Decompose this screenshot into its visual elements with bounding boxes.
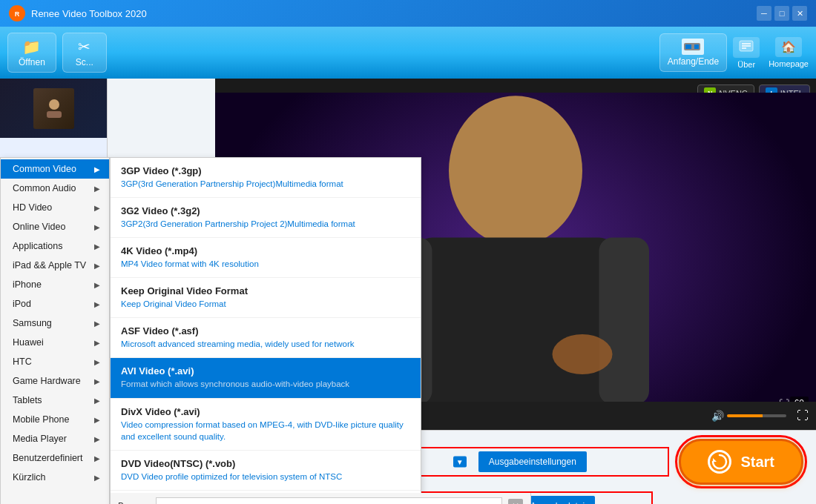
format-item-dvd_ntsc[interactable]: DVD Video(NTSC) (*.vob)DVD Video profile… [111,451,421,491]
svg-rect-4 [694,44,699,49]
svg-rect-15 [599,238,650,405]
uber-nav-item[interactable]: Über [733,37,760,69]
volume-icon: 🔊 [711,410,724,422]
cut-button[interactable]: ✂ Sc... [62,33,107,73]
category-item-iphone[interactable]: iPhone▶ [1,275,109,294]
dropdown-menus: Common Video▶Common Audio▶HD Video▶Onlin… [0,157,421,504]
category-item-online_video[interactable]: Online Video▶ [1,217,109,236]
video-thumbnail-left[interactable] [0,79,108,138]
uber-label: Über [737,60,755,69]
thumb-inner [33,88,74,129]
category-item-huawei[interactable]: Huawei▶ [1,333,109,352]
category-menu: Common Video▶Common Audio▶HD Video▶Onlin… [0,157,110,504]
toolbar-nav: Über 🏠 Homepage [733,37,809,69]
open-icon: 📁 [22,38,41,56]
svg-rect-3 [685,44,691,49]
app-logo: R [9,5,25,21]
ausgabeeinstellungen-button[interactable]: Ausgabeeinstellungen [478,451,587,472]
browse-clear-button[interactable]: ✕ [508,499,523,504]
uber-icon [733,37,760,58]
category-item-applications[interactable]: Applications▶ [1,236,109,256]
category-item-samsung[interactable]: Samsung▶ [1,314,109,333]
format-item-avi[interactable]: AVI Video (*.avi)Format which allows syn… [111,358,421,398]
category-item-htc[interactable]: HTC▶ [1,352,109,371]
volume-control: 🔊 [711,410,786,422]
svg-point-9 [49,99,59,110]
svg-point-12 [449,96,582,246]
format-item-asf[interactable]: ASF Video (*.asf)Microsoft advanced stre… [111,318,421,358]
titlebar: R Renee Video Toolbox 2020 ─ □ ✕ [0,0,816,27]
start-icon [708,450,731,474]
cut-icon: ✂ [78,38,91,56]
category-item-tablets[interactable]: Tablets▶ [1,391,109,410]
format-item-keep_original[interactable]: Keep Original Video FormatKeep Original … [111,278,421,318]
category-item-common_video[interactable]: Common Video▶ [1,159,109,179]
svg-point-16 [553,334,613,374]
category-item-ipod[interactable]: iPod▶ [1,294,109,314]
format-item-3g2[interactable]: 3G2 Video (*.3g2)3GP2(3rd Generation Par… [111,198,421,238]
category-item-kurzlich[interactable]: Kürzlich▶ [1,468,109,487]
dropdown-menu: Common Video▶Common Audio▶HD Video▶Onlin… [0,157,421,504]
format-item-3gp[interactable]: 3GP Video (*.3gp)3GP(3rd Generation Part… [111,158,421,198]
minimize-button[interactable]: ─ [757,6,771,21]
svg-rect-10 [47,111,62,118]
close-button[interactable]: ✕ [792,6,807,21]
thumb-placeholder [0,79,108,138]
category-item-hd_video[interactable]: HD Video▶ [1,198,109,217]
category-item-ipad[interactable]: iPad && Apple TV▶ [1,256,109,275]
start-label: Start [740,454,774,471]
category-item-game_hardware[interactable]: Game Hardware▶ [1,371,109,391]
anfang-ende-label: Anfang/Ende [668,56,719,67]
browse-label: Browse: [118,501,150,504]
volume-slider[interactable] [727,414,786,417]
browse-input[interactable] [156,497,502,504]
format-item-4k[interactable]: 4K Video (*.mp4)MP4 Video format with 4K… [111,238,421,278]
app-title: Renee Video Toolbox 2020 [31,8,757,19]
expand-icon[interactable]: ⛶ [797,409,809,422]
window-controls: ─ □ ✕ [757,6,807,21]
homepage-nav-item[interactable]: 🏠 Homepage [769,37,809,68]
category-item-media_player[interactable]: Media Player▶ [1,429,109,448]
svg-rect-13 [415,238,616,417]
open-label: Öffnen [19,57,45,67]
svg-text:R: R [15,10,20,18]
toolbar: 📁 Öffnen ✂ Sc... Anfang/Ende Über 🏠 Home… [0,27,816,79]
anfang-ende-button[interactable]: Anfang/Ende [659,33,727,72]
homepage-label: Homepage [769,59,809,68]
category-item-common_audio[interactable]: Common Audio▶ [1,179,109,198]
maximize-button[interactable]: □ [774,6,789,21]
homepage-icon: 🏠 [775,37,802,57]
cut-label: Sc... [76,57,93,67]
anfang-icon [682,39,704,55]
open-button[interactable]: 📁 Öffnen [7,33,56,73]
format-item-divx[interactable]: DivX Video (*.avi)Video compression form… [111,399,421,451]
category-item-mobile_phone[interactable]: Mobile Phone▶ [1,410,109,429]
browse-bar: Browse: ✕ [110,493,531,504]
category-item-benutzerdefiniert[interactable]: Benutzerdefiniert▶ [1,448,109,468]
format-menu: 3GP Video (*.3gp)3GP(3rd Generation Part… [110,157,421,504]
start-button[interactable]: Start [679,439,803,485]
svg-marker-17 [713,458,717,462]
